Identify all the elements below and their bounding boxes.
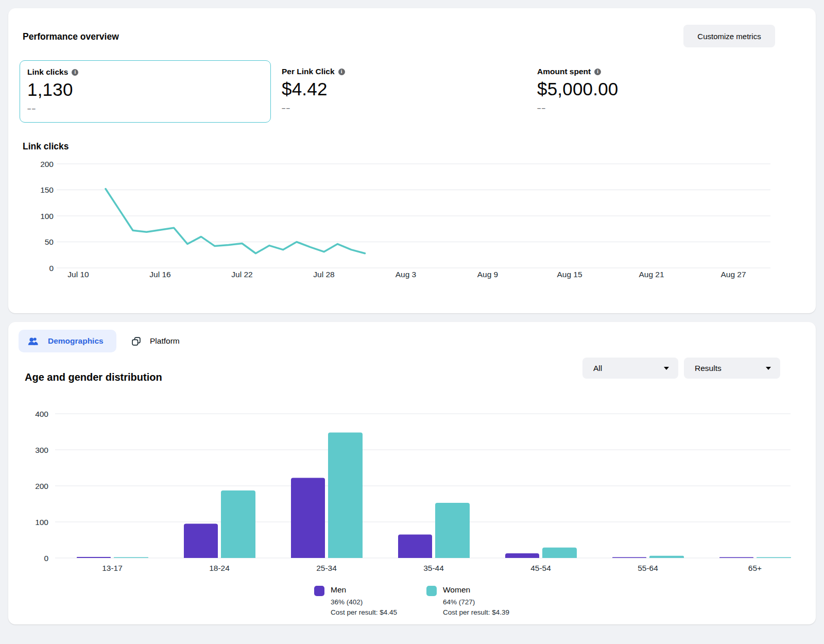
svg-text:Aug 3: Aug 3 bbox=[396, 270, 417, 279]
svg-text:13-17: 13-17 bbox=[102, 564, 123, 572]
svg-text:45-54: 45-54 bbox=[530, 564, 551, 572]
svg-text:400: 400 bbox=[35, 410, 48, 418]
metric-value: $4.42 bbox=[282, 79, 345, 99]
svg-text:300: 300 bbox=[35, 446, 48, 454]
bar-men-25-34 bbox=[291, 478, 325, 558]
svg-text:Aug 15: Aug 15 bbox=[557, 270, 582, 279]
bar-women-25-34 bbox=[328, 432, 363, 558]
svg-text:55-64: 55-64 bbox=[638, 564, 658, 572]
distribution-title: Age and gender distribution bbox=[25, 371, 162, 383]
line-chart-title: Link clicks bbox=[23, 141, 69, 152]
metric-per-link-click[interactable]: Per Link Click i $4.42 –– bbox=[282, 67, 345, 112]
svg-text:Aug 9: Aug 9 bbox=[477, 270, 499, 279]
svg-text:100: 100 bbox=[40, 212, 54, 221]
bars bbox=[77, 432, 791, 558]
info-icon[interactable]: i bbox=[594, 69, 601, 75]
women-swatch bbox=[426, 586, 437, 596]
svg-text:200: 200 bbox=[40, 160, 54, 168]
svg-text:35-44: 35-44 bbox=[423, 564, 444, 572]
svg-text:150: 150 bbox=[40, 185, 54, 194]
performance-overview-title: Performance overview bbox=[23, 31, 119, 42]
svg-text:Jul 22: Jul 22 bbox=[231, 270, 252, 279]
customize-metrics-button[interactable]: Customize metrics bbox=[683, 25, 775, 47]
svg-text:100: 100 bbox=[35, 518, 48, 527]
tab-demographics[interactable]: Demographics bbox=[19, 330, 116, 352]
metric-label: Per Link Click bbox=[282, 67, 335, 76]
link-clicks-series bbox=[106, 189, 365, 253]
bar-men-35-44 bbox=[398, 535, 432, 558]
svg-text:200: 200 bbox=[35, 482, 48, 490]
bar-women-18-24 bbox=[221, 490, 255, 558]
info-icon[interactable]: i bbox=[72, 69, 78, 76]
bar-men-18-24 bbox=[184, 524, 218, 558]
x-axis-labels: Jul 10Jul 16Jul 22Jul 28Aug 3Aug 9Aug 15… bbox=[67, 270, 746, 279]
metric-delta: –– bbox=[282, 104, 345, 112]
men-swatch bbox=[314, 586, 324, 596]
legend-share: 64% (727) bbox=[443, 597, 509, 607]
metric-label: Amount spent bbox=[537, 67, 591, 76]
legend-label: Women bbox=[443, 584, 509, 596]
metric-tile-link-clicks[interactable]: Link clicks i 1,130 –– bbox=[20, 60, 271, 123]
metric-amount-spent[interactable]: Amount spent i $5,000.00 –– bbox=[537, 67, 619, 112]
svg-text:Jul 10: Jul 10 bbox=[67, 270, 89, 279]
chevron-down-icon bbox=[664, 367, 669, 370]
people-icon bbox=[27, 335, 39, 347]
bar-women-55-64 bbox=[649, 556, 684, 558]
svg-text:50: 50 bbox=[45, 238, 54, 246]
legend-share: 36% (402) bbox=[331, 597, 397, 607]
link-clicks-line-chart: 050100150200Jul 10Jul 16Jul 22Jul 28Aug … bbox=[8, 8, 816, 313]
svg-text:0: 0 bbox=[49, 264, 54, 273]
performance-overview-card: Performance overview Customize metrics L… bbox=[8, 8, 816, 313]
breakdown-card: Demographics Platform Age and gender dis… bbox=[8, 322, 816, 624]
legend-women: Women 64% (727) Cost per result: $4.39 bbox=[426, 584, 509, 617]
legend-label: Men bbox=[331, 584, 397, 596]
info-icon[interactable]: i bbox=[338, 69, 345, 75]
ads-reporting-page: { "performance": { "title": "Performance… bbox=[0, 0, 824, 644]
svg-text:25-34: 25-34 bbox=[316, 564, 337, 572]
svg-text:0: 0 bbox=[44, 554, 48, 563]
bar-women-13-17 bbox=[114, 557, 148, 558]
legend-men: Men 36% (402) Cost per result: $4.45 bbox=[314, 584, 397, 617]
gridlines bbox=[57, 164, 770, 268]
tab-label: Platform bbox=[150, 336, 180, 346]
bar-women-45-54 bbox=[542, 548, 577, 558]
category-labels: 13-1718-2425-3435-4445-5455-6465+ bbox=[102, 564, 762, 572]
dropdown-value: Results bbox=[695, 364, 722, 373]
bar-women-65+ bbox=[757, 557, 791, 558]
breakdown-filter-dropdown[interactable]: All bbox=[582, 358, 678, 379]
bar-men-65+ bbox=[719, 557, 753, 558]
dropdown-value: All bbox=[593, 364, 602, 373]
y-axis-labels: 050100150200 bbox=[40, 160, 54, 273]
metric-value: 1,130 bbox=[27, 79, 78, 100]
bar-men-45-54 bbox=[505, 553, 539, 558]
svg-text:Aug 21: Aug 21 bbox=[639, 270, 664, 279]
tab-label: Demographics bbox=[48, 336, 104, 346]
svg-text:Jul 16: Jul 16 bbox=[149, 270, 170, 279]
bar-men-13-17 bbox=[77, 557, 111, 558]
metric-select-dropdown[interactable]: Results bbox=[684, 358, 780, 379]
svg-text:18-24: 18-24 bbox=[209, 564, 230, 572]
legend-cost: Cost per result: $4.45 bbox=[331, 607, 397, 617]
svg-text:65+: 65+ bbox=[748, 564, 762, 572]
tab-platform[interactable]: Platform bbox=[124, 330, 201, 352]
metric-label: Link clicks bbox=[27, 67, 68, 77]
bar-women-35-44 bbox=[435, 503, 470, 558]
svg-text:Aug 27: Aug 27 bbox=[720, 270, 746, 279]
chevron-down-icon bbox=[766, 367, 771, 370]
metric-value: $5,000.00 bbox=[537, 79, 619, 99]
bar-men-55-64 bbox=[612, 557, 646, 558]
overlapping-squares-icon bbox=[131, 336, 142, 347]
gridlines bbox=[55, 414, 791, 558]
legend-cost: Cost per result: $4.39 bbox=[443, 607, 509, 617]
metric-delta: –– bbox=[537, 104, 619, 112]
svg-text:Jul 28: Jul 28 bbox=[313, 270, 334, 279]
y-axis-labels: 0100200300400 bbox=[35, 410, 48, 563]
metric-delta: –– bbox=[27, 105, 78, 112]
